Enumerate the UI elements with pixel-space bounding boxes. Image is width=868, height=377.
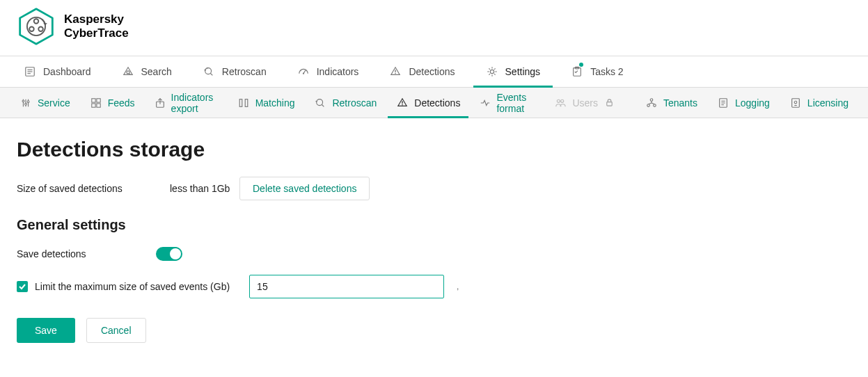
size-label: Size of saved detections (17, 183, 170, 194)
tab-service[interactable]: Service (11, 88, 79, 118)
cancel-button[interactable]: Cancel (86, 318, 146, 343)
tab-tenants-label: Tenants (663, 97, 697, 109)
tab-indicators-export[interactable]: Indicators export (146, 88, 226, 118)
tab-retroscan[interactable]: Retroscan (306, 88, 385, 118)
events-format-icon (480, 97, 491, 109)
svg-marker-13 (204, 70, 207, 71)
svg-marker-47 (315, 101, 318, 102)
tab-licensing-label: Licensing (807, 97, 849, 109)
svg-rect-38 (91, 98, 95, 102)
nav-indicators[interactable]: Indicators (285, 56, 372, 87)
svg-line-17 (300, 70, 301, 71)
tenants-icon (645, 97, 658, 109)
svg-rect-53 (607, 102, 612, 106)
svg-point-55 (647, 104, 650, 106)
dashboard-icon (24, 65, 36, 78)
tab-logging-label: Logging (735, 97, 770, 109)
toggle-knob (170, 248, 181, 259)
svg-line-27 (494, 74, 496, 75)
svg-point-16 (303, 73, 304, 74)
tab-tenants[interactable]: Tenants (637, 88, 706, 118)
svg-line-58 (649, 103, 652, 104)
nav-retroscan[interactable]: Retroscan (190, 56, 279, 87)
tab-events-format-label: Events format (496, 92, 535, 114)
svg-point-65 (794, 101, 797, 104)
secondary-nav: Service Feeds Indicators export Matching… (0, 88, 868, 118)
tab-logging[interactable]: Logging (709, 88, 778, 118)
tab-indicators-export-label: Indicators export (171, 92, 218, 114)
tab-events-format[interactable]: Events format (471, 88, 543, 118)
svg-point-3 (29, 26, 34, 31)
feeds-icon (90, 97, 102, 109)
tab-matching[interactable]: Matching (229, 88, 303, 118)
svg-rect-39 (97, 98, 100, 102)
svg-point-51 (558, 99, 560, 102)
nav-search-label: Search (141, 66, 172, 77)
svg-point-46 (317, 99, 323, 105)
nav-search[interactable]: Search (109, 56, 184, 87)
tab-retroscan-label: Retroscan (332, 97, 377, 109)
general-settings-heading: General settings (17, 217, 851, 233)
svg-rect-41 (97, 103, 100, 106)
tab-feeds[interactable]: Feeds (81, 88, 143, 118)
brand-logo (17, 7, 56, 46)
save-detections-label: Save detections (17, 248, 156, 259)
form-actions: Save Cancel (17, 318, 851, 343)
svg-point-2 (34, 19, 39, 24)
svg-point-21 (490, 70, 494, 73)
tab-service-label: Service (38, 97, 70, 109)
export-icon (155, 97, 166, 109)
service-icon (19, 97, 32, 109)
svg-point-37 (27, 100, 29, 102)
matching-icon (237, 97, 250, 109)
svg-line-29 (494, 68, 496, 70)
logging-icon (717, 97, 729, 109)
svg-line-59 (652, 103, 654, 104)
save-button[interactable]: Save (17, 318, 75, 343)
svg-rect-45 (245, 99, 248, 106)
brand-line1: Kaspersky (64, 13, 129, 26)
size-value: less than 1Gb (170, 183, 239, 194)
limit-size-label: Limit the maximum size of saved events (… (35, 281, 230, 292)
delete-saved-detections-button[interactable]: Delete saved detections (239, 177, 370, 200)
svg-line-26 (489, 68, 490, 70)
nav-settings[interactable]: Settings (473, 56, 553, 87)
svg-point-20 (395, 73, 397, 74)
main-content: Detections storage Size of saved detecti… (0, 118, 868, 364)
tab-detections[interactable]: Detections (388, 88, 468, 118)
indicators-icon (297, 65, 310, 78)
svg-point-35 (22, 99, 24, 102)
licensing-icon (789, 97, 802, 109)
svg-point-4 (38, 26, 43, 31)
svg-line-28 (489, 74, 490, 75)
detections-icon (389, 65, 402, 78)
save-detections-toggle[interactable] (156, 247, 182, 261)
nav-dashboard[interactable]: Dashboard (11, 56, 104, 87)
tab-feeds-label: Feeds (108, 97, 135, 109)
svg-line-48 (322, 104, 324, 106)
tab-licensing[interactable]: Licensing (781, 88, 857, 118)
app-header: Kaspersky CyberTrace (0, 0, 868, 56)
brand-name: Kaspersky CyberTrace (64, 13, 129, 40)
tab-users: Users (546, 88, 623, 118)
nav-tasks[interactable]: Tasks 2 (558, 56, 636, 87)
svg-point-52 (561, 99, 564, 102)
detections-icon (396, 97, 409, 109)
tab-matching-label: Matching (255, 97, 295, 109)
tab-users-label: Users (572, 97, 598, 109)
nav-detections[interactable]: Detections (377, 56, 467, 87)
limit-size-input[interactable] (249, 275, 444, 298)
brand-line2: CyberTrace (64, 26, 129, 40)
tasks-icon (571, 65, 583, 78)
svg-rect-64 (792, 98, 800, 106)
nav-retroscan-label: Retroscan (222, 66, 267, 77)
svg-line-14 (210, 73, 212, 75)
after-input-mark: , (457, 282, 459, 291)
users-icon (554, 97, 567, 109)
retroscan-icon (203, 65, 215, 78)
limit-size-checkbox[interactable] (17, 281, 28, 292)
limit-size-row: Limit the maximum size of saved events (… (17, 275, 851, 298)
nav-indicators-label: Indicators (317, 66, 359, 77)
lock-icon (605, 98, 615, 108)
svg-line-18 (306, 70, 306, 71)
